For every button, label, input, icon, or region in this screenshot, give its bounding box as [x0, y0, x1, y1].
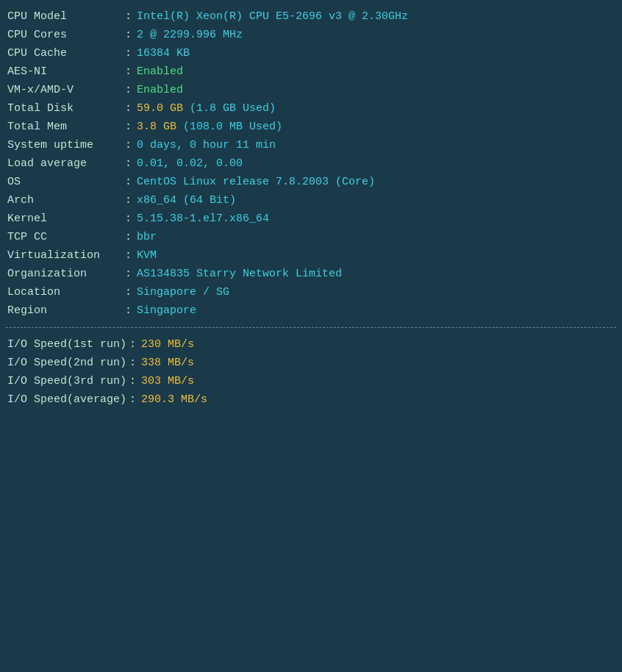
- row-colon: :: [124, 7, 135, 26]
- row-label: I/O Speed(1st run): [6, 335, 128, 354]
- table-row: I/O Speed(3rd run):303 MB/s: [6, 372, 616, 390]
- row-value-part: 59.0 GB: [137, 102, 183, 115]
- row-label: Total Mem: [6, 118, 124, 136]
- row-value: 59.0 GB (1.8 GB Used): [135, 99, 616, 118]
- table-row: Organization:AS134835 Starry Network Lim…: [6, 265, 616, 283]
- row-value: AS134835 Starry Network Limited: [135, 265, 616, 283]
- row-value-part: (108.0 MB Used): [176, 121, 282, 133]
- table-row: CPU Cores:2 @ 2299.996 MHz: [6, 26, 616, 44]
- divider: [6, 327, 616, 328]
- table-row: Virtualization:KVM: [6, 246, 616, 265]
- table-row: CPU Model:Intel(R) Xeon(R) CPU E5-2696 v…: [6, 7, 616, 26]
- row-colon: :: [124, 62, 135, 81]
- row-value: Enabled: [135, 62, 616, 81]
- row-colon: :: [124, 99, 135, 118]
- row-colon: :: [128, 390, 140, 409]
- row-value: 16384 KB: [135, 44, 616, 62]
- row-colon: :: [124, 265, 135, 283]
- row-colon: :: [124, 191, 135, 210]
- row-label: Virtualization: [6, 246, 124, 265]
- row-colon: :: [128, 335, 140, 354]
- row-value: 0 days, 0 hour 11 min: [135, 136, 616, 154]
- row-colon: :: [124, 44, 135, 62]
- row-value: 2 @ 2299.996 MHz: [135, 26, 616, 44]
- row-label: Location: [6, 283, 124, 301]
- row-label: Arch: [6, 191, 124, 210]
- row-colon: :: [124, 246, 135, 265]
- row-value: 230 MB/s: [140, 335, 616, 354]
- row-value: 5.15.38-1.el7.x86_64: [135, 210, 616, 228]
- row-label: OS: [6, 173, 124, 191]
- row-label: VM-x/AMD-V: [6, 81, 124, 99]
- row-value-part: (1.8 GB Used): [183, 102, 276, 115]
- row-value: 303 MB/s: [140, 372, 616, 390]
- row-label: Organization: [6, 265, 124, 283]
- row-label: CPU Cores: [6, 26, 124, 44]
- row-colon: :: [124, 136, 135, 154]
- table-row: Location:Singapore / SG: [6, 283, 616, 301]
- row-value: bbr: [135, 228, 616, 246]
- table-row: Region:Singapore: [6, 301, 616, 320]
- table-row: Kernel:5.15.38-1.el7.x86_64: [6, 210, 616, 228]
- row-colon: :: [124, 283, 135, 301]
- table-row: Total Mem:3.8 GB (108.0 MB Used): [6, 118, 616, 136]
- table-row: Load average:0.01, 0.02, 0.00: [6, 154, 616, 173]
- row-value: 3.8 GB (108.0 MB Used): [135, 118, 616, 136]
- table-row: Arch:x86_64 (64 Bit): [6, 191, 616, 210]
- row-colon: :: [124, 118, 135, 136]
- table-row: OS:CentOS Linux release 7.8.2003 (Core): [6, 173, 616, 191]
- row-colon: :: [128, 354, 140, 372]
- row-label: Total Disk: [6, 99, 124, 118]
- row-label: I/O Speed(3rd run): [6, 372, 128, 390]
- row-label: Region: [6, 301, 124, 320]
- row-label: AES-NI: [6, 62, 124, 81]
- table-row: I/O Speed(2nd run):338 MB/s: [6, 354, 616, 372]
- table-row: CPU Cache:16384 KB: [6, 44, 616, 62]
- table-row: System uptime:0 days, 0 hour 11 min: [6, 136, 616, 154]
- row-label: Load average: [6, 154, 124, 173]
- table-row: AES-NI:Enabled: [6, 62, 616, 81]
- row-colon: :: [128, 372, 140, 390]
- row-value: 338 MB/s: [140, 354, 616, 372]
- row-value: Singapore: [135, 301, 616, 320]
- table-row: Total Disk:59.0 GB (1.8 GB Used): [6, 99, 616, 118]
- row-value: 0.01, 0.02, 0.00: [135, 154, 616, 173]
- system-info-table: CPU Model:Intel(R) Xeon(R) CPU E5-2696 v…: [6, 7, 616, 320]
- row-value: CentOS Linux release 7.8.2003 (Core): [135, 173, 616, 191]
- row-colon: :: [124, 173, 135, 191]
- row-colon: :: [124, 26, 135, 44]
- row-colon: :: [124, 301, 135, 320]
- row-value: Singapore / SG: [135, 283, 616, 301]
- row-value: 290.3 MB/s: [140, 390, 616, 409]
- io-info-table: I/O Speed(1st run):230 MB/sI/O Speed(2nd…: [6, 335, 616, 409]
- table-row: I/O Speed(1st run):230 MB/s: [6, 335, 616, 354]
- row-value: Intel(R) Xeon(R) CPU E5-2696 v3 @ 2.30GH…: [135, 7, 616, 26]
- table-row: TCP CC:bbr: [6, 228, 616, 246]
- row-label: I/O Speed(2nd run): [6, 354, 128, 372]
- table-row: I/O Speed(average):290.3 MB/s: [6, 390, 616, 409]
- row-label: I/O Speed(average): [6, 390, 128, 409]
- row-value: KVM: [135, 246, 616, 265]
- row-label: CPU Cache: [6, 44, 124, 62]
- row-label: System uptime: [6, 136, 124, 154]
- row-label: Kernel: [6, 210, 124, 228]
- row-colon: :: [124, 81, 135, 99]
- page-container: CPU Model:Intel(R) Xeon(R) CPU E5-2696 v…: [6, 7, 616, 409]
- row-value: Enabled: [135, 81, 616, 99]
- row-colon: :: [124, 154, 135, 173]
- row-colon: :: [124, 210, 135, 228]
- row-colon: :: [124, 228, 135, 246]
- row-value: x86_64 (64 Bit): [135, 191, 616, 210]
- row-label: TCP CC: [6, 228, 124, 246]
- row-value-part: 3.8 GB: [137, 121, 176, 133]
- table-row: VM-x/AMD-V:Enabled: [6, 81, 616, 99]
- row-label: CPU Model: [6, 7, 124, 26]
